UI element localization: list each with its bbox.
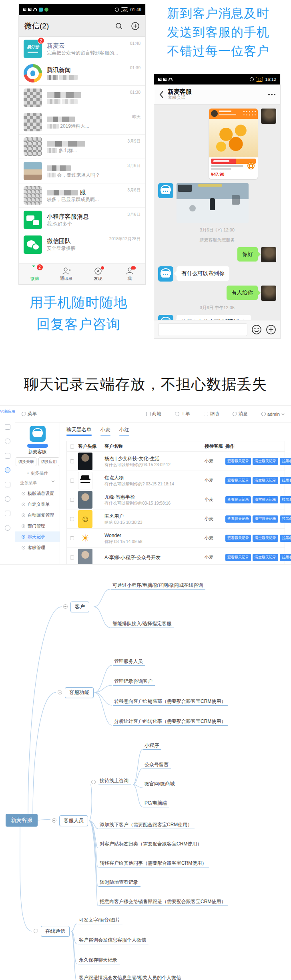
clear-chat-log-button[interactable]: 清空聊天记录 xyxy=(253,458,278,465)
avatar-logo-text: 易订货 xyxy=(27,44,39,50)
blacklist-button[interactable]: 拉黑名单 xyxy=(280,477,291,484)
topbar-account-menu[interactable]: admin xyxy=(261,412,285,417)
blacklist-button[interactable]: 拉黑名单 xyxy=(280,554,291,561)
view-chat-log-button[interactable]: 查看聊天记录 xyxy=(225,554,251,561)
sidebar-item-custom-menu[interactable]: 自定义菜单 xyxy=(15,499,60,510)
branch-cs-functions: 客服功能 xyxy=(65,687,94,698)
menu-label: 菜单 xyxy=(28,411,37,417)
attach-plus-icon[interactable] xyxy=(266,324,276,335)
sidebar-item-template-messages[interactable]: 模版消息设置 xyxy=(15,488,60,499)
view-chat-log-button[interactable]: 查看聊天记录 xyxy=(225,535,251,542)
more-options-icon[interactable] xyxy=(268,94,275,95)
tab-agent-xiaomai[interactable]: 小麦 xyxy=(100,427,110,436)
nav-users-icon[interactable] xyxy=(5,511,10,516)
tab-contacts[interactable]: 通讯录 xyxy=(50,264,82,284)
chat-messages-area: ¥47.90 3月6日 中午12:00 新麦客服为您服务 你好 有什 xyxy=(154,105,280,320)
leaf: PC/电脑端 xyxy=(143,800,169,807)
chat-name-partial: 服 xyxy=(47,188,140,196)
back-icon[interactable] xyxy=(159,91,164,99)
nav-store-icon[interactable] xyxy=(5,496,10,502)
collapse-icon[interactable] xyxy=(34,929,38,933)
agent-name: 小麦 xyxy=(205,554,225,560)
blacklist-button[interactable]: 拉黑名单 xyxy=(280,515,291,523)
nav-modules-icon[interactable] xyxy=(5,453,10,459)
chat-row-censored-3[interactable]: 多出群... 3月9日 xyxy=(19,135,145,159)
row-checkbox[interactable] xyxy=(70,459,74,463)
topbar-link-mall[interactable]: 商城 xyxy=(146,411,161,417)
menu-toggle[interactable]: 菜单 xyxy=(22,411,37,417)
tab-chats[interactable]: 2 微信 xyxy=(19,264,50,284)
leaf: 可发文字/语音/图片 xyxy=(78,917,122,924)
row-checkbox[interactable] xyxy=(70,498,74,502)
topbar-link-messages[interactable]: 消息 xyxy=(233,411,248,417)
more-plugins-link[interactable]: + 更多插件 xyxy=(15,470,60,476)
product-price: ¥47.90 xyxy=(211,172,256,177)
clear-chat-log-button[interactable]: 清空聊天记录 xyxy=(253,496,278,503)
row-checkbox[interactable] xyxy=(70,536,74,540)
tab-discover[interactable]: 发现 xyxy=(82,264,114,284)
select-all-checkbox[interactable] xyxy=(70,445,74,449)
row-checkbox[interactable] xyxy=(70,555,74,559)
last-message: 有什么可以帮到你的03-15 19:58:16 xyxy=(104,501,171,505)
nav-grid-icon[interactable] xyxy=(5,482,10,487)
app-avatar xyxy=(30,426,46,442)
plus-icon[interactable] xyxy=(131,22,140,30)
collapse-icon[interactable] xyxy=(63,604,68,609)
emoji-icon[interactable] xyxy=(251,324,262,335)
chat-row-wechat-team[interactable]: 微信团队 安全登录提醒 2018年12月28日 xyxy=(19,232,145,257)
col-actions: 操作 xyxy=(225,443,281,449)
nav-apps-icon[interactable] xyxy=(5,424,10,430)
tab-agent-xiaohong[interactable]: 小红 xyxy=(119,427,129,436)
app-notification-icon-2 xyxy=(44,8,48,12)
row-checkbox[interactable] xyxy=(70,517,74,521)
chat-time: 3月6日 xyxy=(127,212,140,217)
view-chat-log-button[interactable]: 查看聊天记录 xyxy=(225,477,251,484)
chat-row-censored-5[interactable]: 服 较多，已显示群成员昵... 3月6日 xyxy=(19,183,145,208)
game-screenshot-image[interactable] xyxy=(177,183,249,223)
collapse-icon[interactable] xyxy=(52,818,56,823)
product-title-line xyxy=(211,165,243,167)
collapse-icon[interactable] xyxy=(58,690,62,694)
nav-plugin-icon-active[interactable] xyxy=(5,467,10,473)
switch-app-button[interactable]: 切换应用 xyxy=(38,457,59,466)
blacklist-button[interactable]: 拉黑名单 xyxy=(280,496,291,503)
sidebar-item-departments[interactable]: 部门管理 xyxy=(15,521,60,531)
tab-blacklist[interactable]: 聊天黑名单 xyxy=(66,427,92,436)
sidebar-item-chat-records[interactable]: 聊天记录 xyxy=(15,531,60,542)
clear-chat-log-button[interactable]: 清空聊天记录 xyxy=(253,535,278,542)
view-chat-log-button[interactable]: 查看聊天记录 xyxy=(225,458,251,465)
blacklist-button[interactable]: 拉黑名单 xyxy=(280,535,291,542)
view-chat-log-button[interactable]: 查看聊天记录 xyxy=(225,496,251,503)
chat-row-tencent-news[interactable]: 腾讯新闻 01:39 xyxy=(19,61,145,86)
chat-bubble: 你好 xyxy=(237,247,258,262)
product-card[interactable]: ¥47.90 xyxy=(209,109,258,179)
blacklist-button[interactable]: 拉黑名单 xyxy=(280,458,291,465)
topbar-link-workorder[interactable]: 工单 xyxy=(175,411,190,417)
sidebar-item-auto-reply[interactable]: 自动回复管理 xyxy=(15,510,60,521)
sidebar-item-agent-management[interactable]: 客服管理 xyxy=(15,542,60,553)
customer-name: A-李娜-小程序-公众号开发 xyxy=(104,555,161,560)
clear-chat-log-button[interactable]: 清空聊天记录 xyxy=(253,477,278,484)
sidebar-section[interactable]: 业务菜单 xyxy=(15,480,60,486)
nav-home-icon[interactable] xyxy=(5,439,10,444)
chat-row-censored-4[interactable]: 会，要过来坦人吗？ 3月6日 xyxy=(19,159,145,183)
chat-row-censored-1[interactable]: 01:38 xyxy=(19,86,145,110)
headline-line-3: 不错过每一位客户 xyxy=(162,42,274,60)
row-checkbox[interactable] xyxy=(70,479,74,483)
chat-preview: 安全登录提醒 xyxy=(47,245,140,252)
switch-relation-button[interactable]: 切换关联 xyxy=(16,457,36,466)
clear-chat-log-button[interactable]: 清空聊天记录 xyxy=(253,515,278,523)
leaf: 可通过小程序/电脑/微官网/微商城在线咨询 xyxy=(111,582,205,590)
nav-profile-icon[interactable] xyxy=(5,525,10,531)
chat-row-xinmaiyun[interactable]: 易订货 2 新麦云 完美把公众号的留言转到客服的... 01:48 xyxy=(19,37,145,61)
collapse-icon[interactable] xyxy=(91,780,96,784)
clear-chat-log-button[interactable]: 清空聊天记录 xyxy=(253,554,278,561)
search-icon[interactable] xyxy=(115,22,123,30)
topbar-link-help[interactable]: 帮助 xyxy=(204,411,219,417)
chat-row-miniprogram-service[interactable]: 小程序客服消息 我:你好多个 3月6日 xyxy=(19,208,145,232)
message-input[interactable] xyxy=(158,323,247,336)
alarm-icon xyxy=(250,77,254,81)
tab-me[interactable]: 我 xyxy=(114,264,145,284)
chat-row-censored-2[interactable]: 2019港科大... 昨天 xyxy=(19,110,145,135)
view-chat-log-button[interactable]: 查看聊天记录 xyxy=(225,515,251,523)
